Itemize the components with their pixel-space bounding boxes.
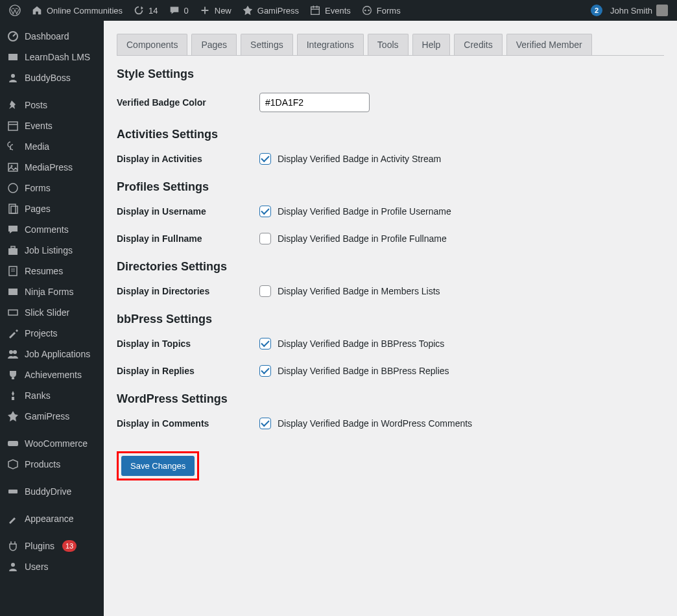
svg-rect-19 xyxy=(11,246,15,248)
events-link[interactable]: Events xyxy=(304,0,356,21)
svg-rect-1 xyxy=(311,7,320,15)
wordpress-comments-label: Display in Comments xyxy=(117,418,259,429)
sidebar-item-dashboard[interactable]: Dashboard xyxy=(0,26,104,47)
notification-badge[interactable]: 2 xyxy=(591,5,602,16)
svg-rect-27 xyxy=(8,441,18,446)
save-button[interactable]: Save Changes xyxy=(121,456,195,476)
plugin-count-badge: 13 xyxy=(62,540,77,552)
dashboard-icon xyxy=(6,30,19,43)
sidebar-item-comments[interactable]: Comments xyxy=(0,219,104,240)
tab-tools[interactable]: Tools xyxy=(368,34,409,55)
section-activities-title: Activities Settings xyxy=(117,128,664,141)
activities-display-desc: Display Verified Badge in Activity Strea… xyxy=(278,154,441,164)
svg-rect-11 xyxy=(8,122,18,130)
section-style-title: Style Settings xyxy=(117,67,664,81)
updates-link[interactable]: 14 xyxy=(128,0,163,21)
media-icon xyxy=(6,140,19,153)
svg-rect-18 xyxy=(8,248,18,255)
brush-icon xyxy=(6,327,19,340)
comment-icon xyxy=(169,5,180,16)
sidebar-item-resumes[interactable]: Resumes xyxy=(0,261,104,281)
sidebar-item-events[interactable]: Events xyxy=(0,115,104,136)
bbpress-topics-label: Display in Topics xyxy=(117,338,259,349)
sidebar-item-woocommerce[interactable]: WooCommerce xyxy=(0,433,104,454)
sidebar-item-ranks[interactable]: Ranks xyxy=(0,385,104,406)
directories-display-checkbox[interactable] xyxy=(259,285,271,297)
tab-help[interactable]: Help xyxy=(412,34,451,55)
badge-color-input[interactable] xyxy=(259,93,370,112)
comments-link[interactable]: 0 xyxy=(163,0,194,21)
sidebar-item-users[interactable]: Users xyxy=(0,556,104,577)
resume-icon xyxy=(6,265,19,278)
sidebar-item-label: LearnDash LMS xyxy=(25,52,90,62)
gamipress-link[interactable]: GamiPress xyxy=(237,0,304,21)
bbpress-replies-checkbox[interactable] xyxy=(259,365,271,377)
admin-bar: Online Communities 14 0 New GamiPress Ev… xyxy=(0,0,677,21)
forms-label: Forms xyxy=(377,6,401,16)
tab-verified-member[interactable]: Verified Member xyxy=(506,34,592,55)
forms-link[interactable]: Forms xyxy=(356,0,406,21)
sidebar-item-ninja-forms[interactable]: Ninja Forms xyxy=(0,281,104,302)
wordpress-comments-checkbox[interactable] xyxy=(259,418,271,429)
sidebar-item-label: Events xyxy=(25,121,53,131)
sidebar-item-posts[interactable]: Posts xyxy=(0,95,104,115)
sidebar-item-buddydrive[interactable]: BuddyDrive xyxy=(0,481,104,502)
sidebar-item-label: Posts xyxy=(25,100,47,110)
tab-credits[interactable]: Credits xyxy=(454,34,502,55)
events-label: Events xyxy=(325,6,351,16)
sidebar-item-label: Achievements xyxy=(25,370,82,380)
activities-display-label: Display in Activities xyxy=(117,154,259,164)
tab-integrations[interactable]: Integrations xyxy=(297,34,364,55)
sidebar-item-appearance[interactable]: Appearance xyxy=(0,508,104,529)
pin-icon xyxy=(6,99,19,112)
sidebar-item-mediapress[interactable]: MediaPress xyxy=(0,157,104,178)
profiles-username-label: Display in Username xyxy=(117,206,259,217)
plus-icon xyxy=(199,5,211,16)
slider-icon xyxy=(6,306,19,319)
sidebar-item-slick-slider[interactable]: Slick Slider xyxy=(0,302,104,323)
updates-icon xyxy=(133,5,145,16)
woo-icon xyxy=(6,437,19,450)
sidebar-item-plugins[interactable]: Plugins13 xyxy=(0,536,104,556)
user-menu[interactable]: John Smith xyxy=(605,0,673,21)
ninja-icon xyxy=(6,285,19,298)
comments-icon xyxy=(6,223,19,236)
tab-settings[interactable]: Settings xyxy=(241,34,293,55)
sidebar-item-gamipress[interactable]: GamiPress xyxy=(0,406,104,427)
profiles-fullname-checkbox[interactable] xyxy=(259,233,271,244)
section-profiles-title: Profiles Settings xyxy=(117,180,664,194)
sidebar-item-job-listings[interactable]: Job Listings xyxy=(0,240,104,261)
sidebar-item-forms[interactable]: Forms xyxy=(0,178,104,198)
forms-icon xyxy=(361,5,373,16)
svg-rect-23 xyxy=(8,289,18,295)
bbpress-replies-label: Display in Replies xyxy=(117,366,259,376)
gamipress-icon xyxy=(6,410,19,423)
tab-pages[interactable]: Pages xyxy=(191,34,237,55)
profiles-username-checkbox[interactable] xyxy=(259,206,271,217)
sidebar-item-pages[interactable]: Pages xyxy=(0,198,104,219)
sidebar-item-achievements[interactable]: Achievements xyxy=(0,364,104,385)
tab-components[interactable]: Components xyxy=(117,34,187,55)
rank-icon xyxy=(6,389,19,402)
activities-display-checkbox[interactable] xyxy=(259,153,271,165)
new-link[interactable]: New xyxy=(194,0,237,21)
svg-rect-9 xyxy=(8,54,18,60)
svg-point-25 xyxy=(9,350,13,354)
user-icon xyxy=(6,560,19,573)
settings-tabs: ComponentsPagesSettingsIntegrationsTools… xyxy=(117,34,664,56)
user-name: John Smith xyxy=(610,6,652,16)
site-link[interactable]: Online Communities xyxy=(26,0,128,21)
svg-rect-28 xyxy=(8,490,18,493)
sidebar-item-media[interactable]: Media xyxy=(0,136,104,157)
sidebar-item-label: Plugins xyxy=(25,541,54,551)
sidebar-item-buddyboss[interactable]: BuddyBoss xyxy=(0,67,104,88)
sidebar-item-projects[interactable]: Projects xyxy=(0,323,104,344)
bbpress-topics-checkbox[interactable] xyxy=(259,338,271,349)
sidebar-item-products[interactable]: Products xyxy=(0,454,104,475)
sidebar-item-job-applications[interactable]: Job Applications xyxy=(0,344,104,364)
wp-logo[interactable] xyxy=(4,0,26,21)
sidebar-item-label: GamiPress xyxy=(25,411,69,421)
users-icon xyxy=(6,348,19,361)
new-label: New xyxy=(215,6,232,16)
sidebar-item-learndash-lms[interactable]: LearnDash LMS xyxy=(0,47,104,67)
